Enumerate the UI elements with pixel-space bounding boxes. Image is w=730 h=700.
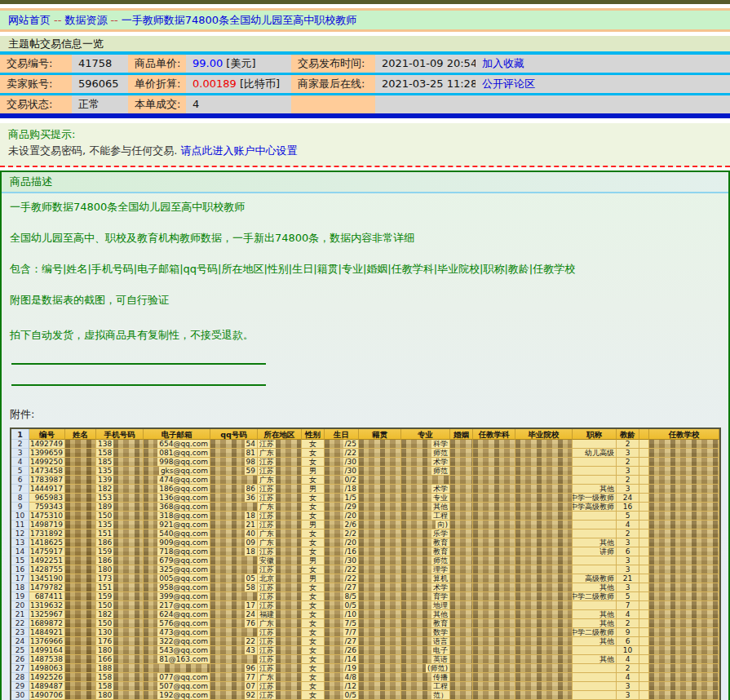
sheet-cell-work	[649, 619, 719, 628]
blur-patch	[65, 610, 95, 618]
sheet-cell-name	[65, 485, 96, 494]
sheet-cell-rank: 讲师	[573, 547, 617, 556]
blur-patch	[210, 682, 245, 690]
blur-patch	[649, 628, 719, 636]
status-value: 正常	[72, 95, 128, 113]
sheet-cell-jiguan	[359, 664, 401, 673]
breadcrumb-item[interactable]: 一手教师数据74800条全国幼儿园至高中职校教师	[122, 14, 356, 26]
cell-text: 2	[624, 664, 632, 673]
sheet-cell-subject	[473, 619, 515, 628]
sheet-cell-qq: 40	[210, 529, 258, 538]
sheet-cell-jiguan	[359, 592, 401, 601]
cell-text: 16	[14, 565, 26, 574]
blur-patch	[325, 655, 343, 663]
sheet-cell-college	[515, 547, 573, 556]
sheet-cell-name	[65, 664, 96, 673]
blur-patch	[450, 512, 472, 520]
cell-text: 1783987	[29, 476, 64, 485]
cell-text: 其他	[431, 503, 449, 512]
blur-patch	[649, 512, 719, 520]
blur-patch	[210, 485, 245, 493]
cell-text: 1418625	[29, 538, 64, 547]
account-settings-link[interactable]: 请点此进入账户中心设置	[181, 144, 298, 157]
add-favorite-link[interactable]: 加入收藏	[482, 57, 524, 69]
sheet-cell-region: 江苏	[258, 691, 302, 700]
breadcrumb-separator: --	[51, 14, 64, 26]
sheet-cell-jiguan	[359, 494, 401, 503]
blur-patch	[515, 512, 572, 520]
blur-patch	[210, 574, 245, 583]
divider-line-1	[11, 363, 266, 365]
sheet-cell-jiguan: 籍贯	[359, 429, 401, 440]
sheet-cell-major: 育学	[401, 592, 450, 601]
public-comments-link[interactable]: 公开评论区	[482, 78, 535, 90]
cell-text: /22	[343, 449, 358, 458]
cell-text: 女	[307, 610, 318, 619]
cell-text: 术学	[431, 458, 449, 467]
sheet-cell-jiguan	[359, 556, 401, 565]
sheet-cell-email: 654@qq.com	[144, 440, 210, 449]
sheet-cell-college	[515, 664, 573, 673]
blur-patch	[325, 565, 343, 574]
sheet-cell-years: 3	[617, 485, 639, 494]
sheet-cell-name	[65, 592, 96, 601]
cell-text: 讲师	[598, 547, 616, 556]
sheet-cell-gender: 女	[302, 664, 325, 673]
cell-text: 5	[624, 512, 632, 521]
breadcrumb-item[interactable]: 网站首页	[8, 14, 51, 26]
blur-patch	[210, 538, 245, 547]
cell-text: 1325967	[29, 610, 64, 619]
cell-text: 1489487	[29, 682, 64, 691]
sheet-cell-major: 教育	[401, 619, 450, 628]
sheet-cell-work	[649, 512, 719, 521]
sheet-cell-work	[649, 440, 719, 449]
sheet-cell-jiguan	[359, 485, 401, 494]
sheet-cell-id: 687411	[29, 592, 65, 601]
sheet-cell-qq: 81	[210, 449, 258, 458]
cell-text: 7/7	[343, 628, 358, 637]
sheet-cell-college	[515, 556, 573, 565]
blur-patch	[65, 601, 95, 609]
cell-text: /29	[343, 503, 358, 512]
sheet-cell-email: 474@qq.com	[144, 476, 210, 485]
trade-id-label: 交易编号:	[0, 55, 72, 73]
blur-patch	[473, 673, 515, 681]
sheet-cell-qq: 09	[210, 538, 258, 547]
info-panel-title: 主题帖交易信息一览	[0, 36, 730, 51]
blur-patch	[473, 485, 515, 493]
cell-text: 江苏	[258, 601, 276, 610]
blur-patch	[401, 556, 431, 565]
blur-patch	[359, 458, 400, 466]
blur-patch	[325, 503, 343, 511]
blur-patch	[325, 583, 343, 591]
sheet-cell-major: 理学	[401, 565, 450, 574]
cell-text: 1475310	[29, 512, 64, 521]
cell-text: 女	[307, 655, 318, 664]
sheet-cell-college	[515, 601, 573, 610]
btc-price-label: 单价折算:	[128, 75, 186, 93]
sheet-cell-gender: 男	[302, 556, 325, 565]
blur-patch	[65, 664, 95, 672]
blur-patch	[515, 503, 572, 511]
blur-patch	[276, 646, 301, 654]
sheet-row: 161428755180325@qq.com江苏女/22理学3	[11, 565, 719, 574]
blur-patch	[401, 682, 431, 690]
sheet-cell-major: 教育	[401, 547, 450, 556]
sheet-cell-subject: 任教学科	[473, 429, 515, 440]
sheet-cell-rank	[573, 565, 617, 574]
blur-patch	[276, 664, 301, 672]
sheet-cell-phone: 手机号码	[96, 429, 144, 440]
empty-link-cell	[476, 95, 730, 113]
cell-text: 151	[96, 529, 113, 538]
cell-text: 1345190	[29, 574, 64, 583]
sheet-cell-num: 9	[11, 503, 29, 512]
blur-patch	[276, 691, 301, 699]
last-online-label: 商家最后在线:	[291, 75, 375, 93]
sheet-cell-id: 1731892	[29, 529, 65, 538]
breadcrumb-item[interactable]: 数据资源	[64, 14, 107, 26]
cell-text: 28	[14, 673, 26, 682]
sheet-cell-college	[515, 485, 573, 494]
blur-patch	[473, 574, 515, 583]
sheet-cell-work	[649, 673, 719, 682]
sheet-cell-gap	[639, 601, 649, 610]
